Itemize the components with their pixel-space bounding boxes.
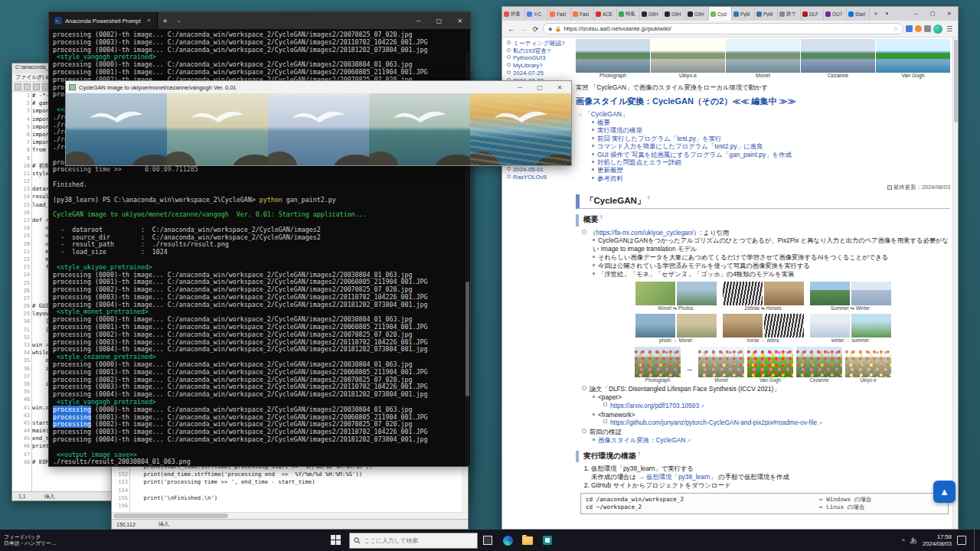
new-tab-button[interactable]: + — [870, 7, 882, 21]
new-tab-button[interactable]: + — [158, 17, 173, 25]
toc-link[interactable]: 前回 実行したプログラム「test.py」を実行 — [592, 135, 950, 142]
toc-link[interactable]: 参考資料 — [592, 174, 950, 182]
account-avatar[interactable] — [933, 24, 942, 34]
section-heading-overview: 概要† — [576, 214, 950, 226]
line-number: 38 — [12, 380, 30, 388]
browser-tab[interactable]: 誰で — [778, 7, 801, 21]
browser-tab[interactable]: ACE — [594, 7, 617, 21]
browser-tab[interactable]: DLF — [801, 7, 824, 21]
sidebar-link[interactable]: RasYOLOv5 — [507, 174, 570, 181]
terminal-close-button[interactable]: ✕ — [449, 12, 470, 29]
browser-tab[interactable]: Fast — [548, 7, 571, 21]
sidebar-link[interactable]: 2024-07-25 — [507, 70, 570, 77]
tab-dropdown-icon[interactable]: ⌄ — [173, 18, 185, 24]
terminal-maximize-button[interactable]: ▢ — [429, 12, 449, 29]
terminal-minimize-button[interactable]: ─ — [408, 12, 429, 29]
viewer-close-button[interactable]: ✕ — [551, 84, 568, 91]
thumbnail-image-monet[interactable] — [726, 39, 800, 73]
browser-close-button[interactable]: ✕ — [941, 7, 958, 21]
store-icon[interactable] — [537, 530, 557, 551]
viewer-minimize-button[interactable]: ─ — [511, 84, 528, 91]
thumbnail-image-photo[interactable] — [576, 39, 650, 73]
browser-minimize-button[interactable]: ─ — [907, 7, 924, 21]
browser-scrollbar[interactable] — [952, 37, 958, 529]
sidebar-link[interactable]: 私の193官舎? — [507, 47, 570, 55]
taskbar-search-box[interactable] — [349, 533, 478, 549]
toolbar-icon[interactable] — [15, 83, 21, 90]
editor-b-horizontal-scrollbar[interactable] — [112, 512, 462, 519]
show-desktop-button[interactable] — [974, 530, 977, 551]
sidebar-link[interactable]: MyLibrary? — [507, 62, 570, 70]
browser-tab[interactable]: 特集 — [617, 7, 640, 21]
browser-tab[interactable]: GitH — [686, 7, 709, 21]
scrollbar-thumb[interactable] — [113, 514, 228, 518]
cyclegan-viewer-window[interactable]: CycleGAN image to ukiyoe/monet/cezanne/v… — [65, 80, 572, 166]
arxiv-link[interactable]: https://arxiv.org/pdf/1703.10593 — [610, 402, 699, 409]
toolbar-icon[interactable] — [24, 83, 31, 90]
previous-article-link[interactable]: 画像スタイル変換：CycleGAN — [598, 436, 685, 444]
start-button[interactable] — [331, 535, 341, 546]
tab-close-icon[interactable]: ✕ — [147, 18, 152, 24]
thumbnail-image-vangogh[interactable] — [876, 39, 950, 73]
thumbnail-image-ukiyoe[interactable] — [651, 39, 725, 73]
sidebar-link[interactable]: ミーティング確認? — [507, 40, 570, 47]
toc-link[interactable]: 概要 — [592, 119, 950, 126]
browser-tab[interactable]: Cycl — [709, 7, 732, 21]
browser-maximize-button[interactable]: ▢ — [924, 7, 941, 21]
shield-icon[interactable]: ◆ — [548, 26, 552, 32]
tray-expand-icon[interactable]: ^ — [902, 537, 905, 544]
notification-center-icon[interactable] — [957, 536, 966, 545]
scroll-to-top-button[interactable]: ▲ — [933, 481, 956, 503]
cite-bullet: （https://fa-mi.com/ukiyoe_cyclegan/）: より… — [582, 229, 950, 279]
address-bar[interactable]: ◆ 🔒 https://izutsu.aa0.netvolante.jp/puk… — [543, 23, 903, 34]
venv-link[interactable]: 仮想環境「py38_learn」 — [646, 473, 717, 481]
edge-icon[interactable] — [498, 530, 518, 551]
browser-tab[interactable]: ①C — [525, 7, 548, 21]
browser-tab[interactable]: PyM — [732, 7, 755, 21]
viewer-title-bar[interactable]: CycleGAN image to ukiyoe/monet/cezanne/v… — [66, 81, 571, 93]
github-link[interactable]: https://github.com/junyanz/pytorch-Cycle… — [610, 419, 817, 426]
browser-tab[interactable]: PyM — [755, 7, 778, 21]
toc-link[interactable]: GUI 操作で 写真を絵画風にするプログラム「gan_paint.py」を作成 — [592, 151, 950, 158]
hamburger-menu-icon[interactable]: ☰ — [945, 25, 954, 33]
sidebar-link[interactable]: 2024-05-01 — [507, 166, 570, 174]
file-explorer-icon[interactable] — [518, 530, 537, 551]
extension-icon[interactable] — [915, 25, 922, 32]
toc-link[interactable]: 更新履歴 — [592, 166, 950, 174]
toolbar-icon[interactable] — [33, 83, 40, 90]
browser-tab[interactable]: GitH — [640, 7, 663, 21]
browser-tab[interactable]: Start — [847, 7, 870, 21]
url-text[interactable]: https://izutsu.aa0.netvolante.jp/pukiwik… — [564, 25, 891, 32]
browser-tab[interactable]: GitH — [663, 7, 686, 21]
forward-button[interactable]: → — [518, 25, 528, 33]
terminal-tab[interactable]: >_ Anaconda Powershell Prompt ✕ — [49, 12, 158, 29]
toc-link[interactable]: 対処した問題点とエラー詳細 — [592, 158, 950, 166]
ime-indicator[interactable]: あ — [910, 536, 917, 546]
toc-link[interactable]: コマンド入力を簡単にしたプログラム「test2.py」に改良 — [592, 142, 950, 150]
back-button[interactable]: ← — [506, 25, 516, 33]
anchor-icon[interactable]: † — [647, 195, 650, 201]
browser-tab[interactable]: 辞書 — [502, 7, 525, 21]
anchor-icon[interactable]: † — [638, 451, 641, 456]
cite-link[interactable]: https://fa-mi.com/ukiyoe_cyclegan/ — [596, 229, 693, 236]
sidebar-link[interactable]: PythonGUI3 — [507, 54, 570, 62]
tab-list-chevron-icon[interactable]: ▼ — [882, 7, 892, 21]
toc-link[interactable]: 実行環境の構築 — [592, 126, 950, 134]
bookmark-star-icon[interactable]: ☆ — [893, 26, 898, 32]
scrollbar-thumb[interactable] — [954, 40, 958, 122]
reload-button[interactable]: ⟳ — [531, 25, 541, 33]
browser-tab[interactable]: Fast — [571, 7, 594, 21]
anchor-icon[interactable]: † — [600, 214, 603, 220]
viewer-maximize-button[interactable]: ▢ — [531, 84, 548, 91]
browser-tab[interactable]: OU? — [824, 7, 847, 21]
thumbnail-image-cezanne[interactable] — [801, 39, 875, 73]
terminal-title-bar[interactable]: >_ Anaconda Powershell Prompt ✕ + ⌄ ─ ▢ … — [49, 12, 470, 29]
editor-a-line-numbers: 1234567891011121314151617181920212223242… — [12, 92, 32, 491]
task-view-button[interactable] — [478, 530, 498, 551]
search-input[interactable] — [364, 537, 463, 544]
toc-root-link[interactable]: 「CycleGAN」 — [584, 110, 628, 118]
extensions-puzzle-icon[interactable] — [924, 25, 931, 32]
extension-icon[interactable] — [906, 25, 913, 32]
scrollbar-thumb[interactable] — [466, 282, 469, 396]
taskbar-clock[interactable]: 17:58 2024/08/03 — [923, 533, 952, 547]
